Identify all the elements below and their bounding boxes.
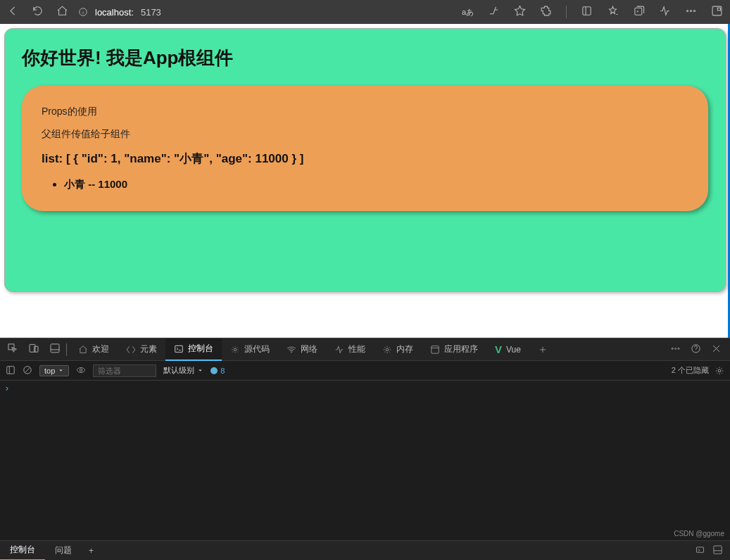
extensions-icon[interactable] <box>540 5 552 20</box>
svg-rect-36 <box>697 547 704 552</box>
console-prompt-icon: › <box>6 383 8 393</box>
svg-point-25 <box>675 348 676 349</box>
device-icon[interactable] <box>24 338 44 360</box>
svg-rect-13 <box>34 346 38 352</box>
log-level-selector[interactable]: 默认级别 <box>163 365 203 376</box>
separator <box>66 343 67 356</box>
svg-point-19 <box>386 348 389 351</box>
error-indicator-icon[interactable] <box>695 545 705 557</box>
watermark: CSDN @ggome <box>674 530 724 537</box>
svg-point-8 <box>693 10 695 11</box>
list-item: 小青 -- 11000 <box>64 178 688 191</box>
svg-point-34 <box>80 369 83 371</box>
tab-application[interactable]: 应用程序 <box>422 338 486 361</box>
read-aloud-icon[interactable] <box>488 5 500 20</box>
svg-point-7 <box>690 10 691 11</box>
svg-rect-10 <box>717 8 720 11</box>
home-button[interactable] <box>56 5 68 20</box>
svg-rect-37 <box>714 545 722 553</box>
devtools-drawer-tabs: 控制台 问题 + <box>0 540 730 560</box>
vue-icon: V <box>495 343 502 355</box>
svg-line-33 <box>25 367 30 372</box>
props-heading: Props的使用 <box>42 106 688 118</box>
list-raw: list: [ { "id": 1, "name": "小青", "age": … <box>42 151 688 167</box>
close-devtools-icon[interactable] <box>711 343 722 356</box>
help-icon[interactable] <box>691 343 701 356</box>
devtools-panel: 欢迎 元素 控制台 源代码 网络 性能 内存 应用程序 VVue top 默认级… <box>0 338 730 560</box>
separator <box>566 6 567 18</box>
url-port: 5173 <box>141 7 161 18</box>
issues-badge[interactable]: 8 <box>210 367 225 375</box>
props-desc: 父组件传值给子组件 <box>42 128 688 141</box>
drawer-tab-issues[interactable]: 问题 <box>45 541 82 561</box>
svg-point-24 <box>672 348 673 349</box>
tab-performance[interactable]: 性能 <box>326 338 374 361</box>
tab-memory[interactable]: 内存 <box>374 338 422 361</box>
svg-rect-20 <box>432 345 439 353</box>
svg-rect-3 <box>583 6 591 14</box>
more-tabs-icon[interactable] <box>670 343 681 356</box>
address-bar[interactable]: localhost:5173 <box>78 7 161 18</box>
svg-rect-30 <box>7 366 15 374</box>
svg-point-26 <box>678 348 679 349</box>
dock-icon[interactable] <box>45 338 65 360</box>
props-child-card: Props的使用 父组件传值给子组件 list: [ { "id": 1, "n… <box>22 86 708 211</box>
drawer-add-tab[interactable]: + <box>82 546 101 556</box>
tab-console[interactable]: 控制台 <box>165 338 222 361</box>
favorite-icon[interactable] <box>514 5 526 20</box>
tab-sources[interactable]: 源代码 <box>222 338 278 361</box>
svg-point-35 <box>718 369 721 372</box>
execution-context-selector[interactable]: top <box>39 365 69 376</box>
favorites-bar-icon[interactable] <box>607 5 619 20</box>
svg-point-17 <box>234 348 237 351</box>
issue-dot-icon <box>210 367 218 374</box>
more-icon[interactable] <box>685 5 697 20</box>
tab-elements[interactable]: 元素 <box>118 338 165 361</box>
translate-badge[interactable]: aあ <box>462 7 474 18</box>
svg-rect-16 <box>175 345 183 352</box>
refresh-button[interactable] <box>32 5 44 20</box>
sidebar-toggle-icon[interactable] <box>6 365 15 376</box>
tab-add[interactable] <box>529 338 556 361</box>
collections-icon[interactable] <box>633 5 645 20</box>
inspect-icon[interactable] <box>3 338 23 360</box>
hidden-count[interactable]: 2 个已隐藏 <box>672 365 724 376</box>
app-root-card: 你好世界! 我是App根组件 Props的使用 父组件传值给子组件 list: … <box>4 28 726 292</box>
console-filter-bar: top 默认级别 8 2 个已隐藏 <box>0 361 730 381</box>
app-title: 你好世界! 我是App根组件 <box>22 46 708 70</box>
drawer-tab-console[interactable]: 控制台 <box>0 541 45 561</box>
live-expression-icon[interactable] <box>76 365 86 376</box>
viewport: 你好世界! 我是App根组件 Props的使用 父组件传值给子组件 list: … <box>0 24 730 338</box>
tab-network[interactable]: 网络 <box>278 338 326 361</box>
console-output[interactable]: › <box>0 381 730 540</box>
list-rendered: 小青 -- 11000 <box>64 178 688 191</box>
devtools-tabs: 欢迎 元素 控制台 源代码 网络 性能 内存 应用程序 VVue <box>0 338 730 361</box>
tab-vue[interactable]: VVue <box>486 338 529 361</box>
tab-welcome[interactable]: 欢迎 <box>70 338 118 361</box>
svg-rect-14 <box>51 344 59 352</box>
browser-toolbar: localhost:5173 aあ <box>0 0 730 24</box>
svg-point-6 <box>686 10 688 11</box>
performance-icon[interactable] <box>659 5 671 20</box>
svg-point-18 <box>291 351 291 352</box>
sidebar-icon[interactable] <box>581 5 593 20</box>
url-host: localhost: <box>95 7 134 18</box>
filter-input[interactable] <box>93 364 156 377</box>
back-button[interactable] <box>7 5 19 20</box>
new-tab-aside-icon[interactable] <box>711 5 723 20</box>
expand-drawer-icon[interactable] <box>712 545 723 557</box>
clear-console-icon[interactable] <box>23 365 32 376</box>
info-icon <box>78 7 88 17</box>
